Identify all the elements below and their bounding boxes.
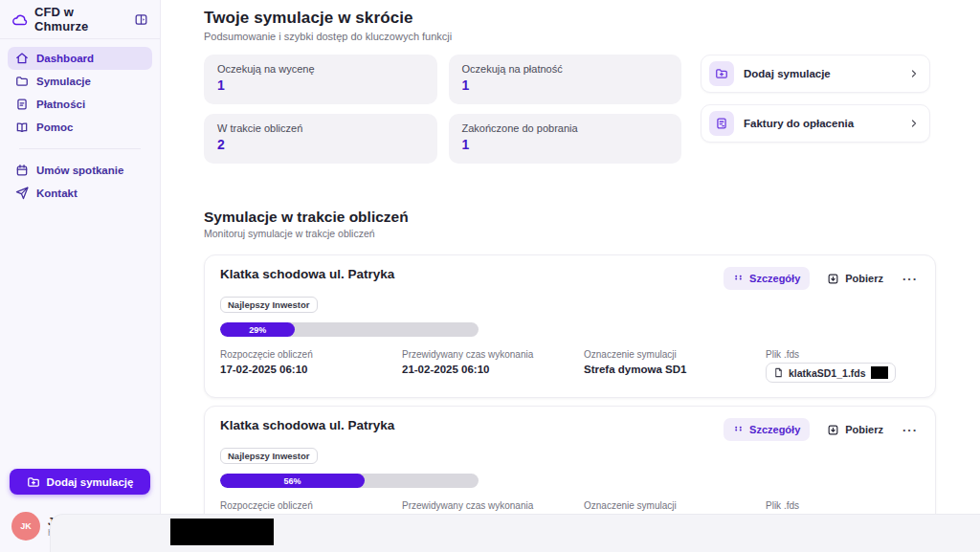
stat-value: 1 [462,137,669,152]
sidebar-divider [19,148,141,149]
sidebar-nav: Dashboard Symulacje Płatności Pomoc U [0,39,160,205]
simulation-title: Klatka schodowa ul. Patryka [220,267,394,281]
sidebar: CFD w Chmurze Dashboard Symulacje Płatno… [0,0,161,552]
details-button-label: Szczegóły [749,273,800,284]
receipt-icon [15,98,29,111]
chevron-right-icon [908,118,920,129]
logo-row: CFD w Chmurze [0,0,160,39]
stat-card-oczekuja-na-platnosc: Oczekują na płatność 1 [449,55,682,104]
simulation-list: Klatka schodowa ul. Patryka Szczegóły Po… [204,254,936,549]
sidebar-item-label: Płatności [36,99,85,110]
progress-label: 56% [284,476,301,486]
details-button-label: Szczegóły [749,424,800,435]
invoice-icon [709,111,734,136]
sidebar-item-label: Umów spotkanie [36,165,123,176]
home-icon [15,52,29,65]
folder-icon [15,75,29,88]
action-label: Dodaj symulacje [744,68,899,79]
progress-label: 29% [249,325,266,335]
section-title: Symulacje w trakcie obliczeń [204,209,936,226]
section-subtitle: Monitoruj symulacje w trakcje obliczeń [204,228,936,239]
add-simulation-label: Dodaj symulację [47,476,134,488]
more-menu-button[interactable]: ··· [901,420,920,440]
detail-designation: Oznaczenie symulacji Strefa dymowa SD1 [584,349,766,383]
progress-bar: 29% [220,322,479,337]
sidebar-item-kontakt[interactable]: Kontakt [8,182,152,205]
download-button[interactable]: Pobierz [823,267,887,290]
stats-grid: Oczekują na wycenę 1 Oczekują na płatnoś… [204,55,681,164]
app-title: CFD w Chmurze [34,5,127,33]
stat-value: 1 [462,77,669,93]
main-content: Twoje symulacje w skrócie Podsumowanie i… [161,0,980,552]
expand-icon [733,425,744,435]
expand-icon [733,274,744,284]
redaction-box [871,366,888,379]
folder-plus-icon [709,61,734,86]
details-button[interactable]: Szczegóły [724,267,810,290]
sidebar-item-pomoc[interactable]: Pomoc [8,116,152,139]
chevron-right-icon [908,68,920,79]
stat-card-w-trakcie-obliczen: W trakcie obliczeń 2 [204,114,437,164]
sidebar-item-umow-spotkanie[interactable]: Umów spotkanie [8,159,152,182]
sidebar-collapse-icon[interactable] [134,12,148,27]
sidebar-item-platnosci[interactable]: Płatności [8,93,152,116]
add-simulation-button[interactable]: Dodaj symulację [10,469,150,495]
stat-label: Zakończone do pobrania [462,122,669,134]
sidebar-item-label: Dashboard [36,53,94,64]
folder-plus-icon [27,475,40,489]
avatar: JK [11,512,40,541]
action-add-simulation[interactable]: Dodaj symulacje [701,55,930,93]
simulation-card: Klatka schodowa ul. Patryka Szczegóły Po… [204,254,936,398]
sidebar-item-label: Symulacje [36,76,91,87]
file-name: klatkaSD1_1.fds [789,367,866,379]
stat-value: 2 [217,137,424,152]
detail-start: Rozpoczęcie obliczeń 17-02-2025 06:10 [220,349,402,383]
investor-badge: Najlepszy Inwestor [220,448,318,464]
page-header: Twoje symulacje w skrócie Podsumowanie i… [204,9,936,42]
send-icon [15,187,29,200]
download-button-label: Pobierz [845,273,883,284]
sidebar-item-symulacje[interactable]: Symulacje [8,70,152,93]
stat-card-zakonczone-do-pobrania: Zakończone do pobrania 1 [449,114,682,164]
book-icon [15,121,29,134]
action-label: Faktury do opłacenia [744,118,899,129]
stat-label: Oczekują na płatność [462,63,669,75]
file-chip[interactable]: klatkaSD1_1.fds [766,363,896,383]
download-icon [827,273,839,285]
more-menu-button[interactable]: ··· [901,269,920,289]
sidebar-item-label: Kontakt [36,188,78,199]
progress-bar: 56% [220,474,479,488]
cloud-logo-icon [11,11,28,28]
redaction-box [170,519,274,545]
stat-label: W trakcie obliczeń [217,122,424,134]
sidebar-item-label: Pomoc [36,121,73,133]
calendar-icon [15,164,29,177]
details-button[interactable]: Szczegóły [724,418,810,441]
sidebar-item-dashboard[interactable]: Dashboard [8,47,152,70]
download-icon [827,424,839,436]
stat-value: 1 [217,77,424,93]
detail-file: Plik .fds klatkaSD1_1.fds [766,349,920,383]
page-subtitle: Podsumowanie i szybki dostęp do kluczowy… [204,31,936,42]
stat-label: Oczekują na wycenę [217,63,424,75]
download-button-label: Pobierz [845,424,883,435]
section-header: Symulacje w trakcie obliczeń Monitoruj s… [204,209,936,239]
download-button[interactable]: Pobierz [823,418,887,441]
page-title: Twoje symulacje w skrócie [204,9,936,28]
simulation-title: Klatka schodowa ul. Patryka [220,418,394,432]
file-icon [773,367,784,378]
investor-badge: Najlepszy Inwestor [220,297,318,313]
action-invoices[interactable]: Faktury do opłacenia [701,104,930,143]
quick-actions: Dodaj symulacje Faktury do opłacenia [701,55,930,143]
stat-card-oczekuja-na-wycene: Oczekują na wycenę 1 [204,55,437,104]
detail-eta: Przewidywany czas wykonania 21-02-2025 0… [402,349,584,383]
